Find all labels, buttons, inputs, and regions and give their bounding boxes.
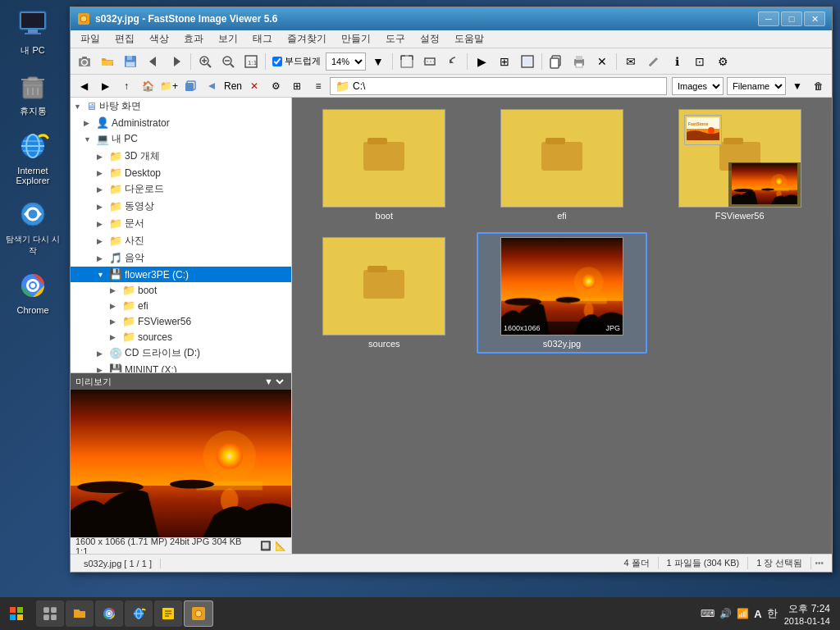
menu-create[interactable]: 만들기 (335, 30, 377, 48)
view-type-select[interactable]: Images (672, 77, 724, 95)
system-clock[interactable]: 오후 7:24 2018-01-14 (784, 602, 830, 626)
desktop-icon-ie[interactable]: Internet Explorer (3, 130, 62, 185)
tree-item-boot[interactable]: ▶ 📁 boot (71, 282, 291, 298)
tb-print[interactable] (568, 51, 590, 72)
tb-copy[interactable] (546, 51, 567, 72)
thumb-efi[interactable]: efi (477, 104, 648, 226)
tree-item-minint[interactable]: ▶ 💾 MININT (X:) (71, 362, 291, 373)
tb-edit[interactable] (643, 51, 664, 72)
tb-settings[interactable]: ⚙ (712, 51, 733, 72)
tree-item-video[interactable]: ▶ 📁 동영상 (71, 198, 291, 215)
nav-forward[interactable]: ▶ (95, 76, 115, 96)
menu-help[interactable]: 도움말 (448, 30, 491, 48)
nav-back[interactable]: ◀ (74, 76, 94, 96)
thumb-s032y[interactable]: 1600x1066 JPG s032y.jpg (477, 232, 648, 354)
nav-move[interactable] (202, 76, 221, 96)
tree-item-cdrive[interactable]: ▼ 💾 flower3PE (C:) (71, 267, 291, 282)
tray-korean[interactable]: 한 (767, 606, 778, 621)
menu-favorites[interactable]: 즐겨찾기 (281, 30, 333, 48)
tray-lang[interactable]: A (754, 608, 761, 620)
tree-item-docs[interactable]: ▶ 📁 문서 (71, 215, 291, 232)
tree-item-mypc[interactable]: ▼ 💻 내 PC (71, 130, 291, 148)
tree-item-photos[interactable]: ▶ 📁 사진 (71, 232, 291, 249)
menu-color[interactable]: 색상 (143, 30, 176, 48)
tray-keyboard[interactable]: ⌨ (701, 608, 714, 619)
info-icon-1[interactable]: 🔲 (260, 541, 272, 551)
tree-item-3d[interactable]: ▶ 📁 3D 개체 (71, 148, 291, 165)
tray-network[interactable]: 📶 (737, 608, 749, 619)
info-icon-2[interactable]: 📐 (275, 541, 286, 551)
desktop-icon-mypc[interactable]: 내 PC (3, 8, 62, 57)
taskbar-taskview[interactable] (36, 600, 64, 627)
taskbar-fsviewer-active[interactable] (184, 600, 213, 627)
tb-info[interactable]: ℹ (666, 51, 687, 72)
nav-thumb-view[interactable]: ⊞ (287, 76, 307, 96)
nav-sort-arrow[interactable]: ▼ (788, 76, 807, 96)
tb-stretch[interactable] (419, 51, 441, 72)
sort-select[interactable]: Filename (727, 77, 786, 95)
tb-thumb[interactable]: ⊞ (494, 51, 515, 72)
close-button[interactable]: ✕ (804, 11, 825, 26)
tree-item-music[interactable]: ▶ 🎵 음악 (71, 249, 291, 267)
tb-rotate-left[interactable] (442, 51, 463, 72)
nav-up[interactable]: ↑ (116, 76, 136, 96)
desktop-icon-chrome[interactable]: Chrome (3, 269, 62, 315)
nav-list-view[interactable]: ≡ (308, 76, 328, 96)
tb-folder-open[interactable] (97, 51, 118, 72)
start-button[interactable] (0, 597, 33, 630)
tb-slideshow[interactable]: ▶ (471, 51, 492, 72)
tree-item-desktop[interactable]: ▼ 🖥 바탕 화면 (71, 98, 291, 115)
maximize-button[interactable]: □ (781, 11, 802, 26)
tb-fit[interactable] (396, 51, 418, 72)
tb-compare[interactable]: ⊡ (689, 51, 710, 72)
taskbar-sticky[interactable] (154, 600, 182, 627)
tb-actual-size[interactable]: 1:1 (240, 51, 262, 72)
tb-zoom-out[interactable] (217, 51, 239, 72)
tray-volume[interactable]: 🔊 (719, 608, 732, 619)
tree-item-desktop2[interactable]: ▶ 📁 Desktop (71, 165, 291, 180)
menu-view[interactable]: 보기 (212, 30, 244, 48)
nav-copy[interactable] (180, 76, 200, 96)
desktop-icon-refresh[interactable]: 탐색기 다시 시작 (3, 198, 62, 257)
tree-item-cddrive[interactable]: ▶ 💿 CD 드라이브 (D:) (71, 345, 291, 362)
nav-home[interactable]: 🏠 (138, 76, 158, 96)
menu-settings[interactable]: 설정 (413, 30, 446, 48)
minimize-button[interactable]: ─ (758, 11, 779, 26)
preview-info-bar: 1600 x 1066 (1.71 MP) 24bit JPG 304 KB 1… (71, 537, 291, 554)
tb-save[interactable] (120, 51, 141, 72)
nav-settings2[interactable]: ⚙ (266, 76, 285, 96)
thumb-sources[interactable]: sources (299, 232, 470, 354)
nav-delete[interactable]: ✕ (244, 76, 264, 96)
menu-file[interactable]: 파일 (74, 30, 107, 48)
thumb-fsviewer[interactable]: FastStone FSViewer56 (654, 104, 825, 226)
tb-delete[interactable]: ✕ (591, 51, 613, 72)
menu-edit[interactable]: 편집 (108, 30, 141, 48)
menu-tools[interactable]: 도구 (379, 30, 412, 48)
menu-tag[interactable]: 태그 (246, 30, 279, 48)
thumb-boot[interactable]: boot (299, 104, 470, 226)
tree-item-sources[interactable]: ▶ 📁 sources (71, 329, 291, 345)
taskbar-chrome[interactable] (95, 600, 123, 627)
tb-prev[interactable] (143, 51, 164, 72)
nav-trash[interactable]: 🗑 (809, 76, 829, 96)
taskbar-explorer[interactable] (66, 600, 94, 627)
smooth-checkbox[interactable] (272, 57, 282, 66)
menu-effect[interactable]: 효과 (177, 30, 210, 48)
preview-options[interactable]: ▼ (261, 376, 286, 387)
zoom-select[interactable]: 14% (326, 52, 366, 71)
desktop-icon-trash[interactable]: 휴지통 (3, 69, 62, 117)
tb-fullscreen[interactable] (517, 51, 538, 72)
nav-new-folder[interactable]: 📁+ (159, 76, 179, 96)
tree-item-fsviewer[interactable]: ▶ 📁 FSViewer56 (71, 313, 291, 329)
tree-item-download[interactable]: ▶ 📁 다운로드 (71, 180, 291, 198)
taskbar-ie[interactable] (125, 600, 153, 627)
tb-zoom-arrow[interactable]: ▼ (368, 51, 389, 72)
tb-next[interactable] (166, 51, 187, 72)
tree-item-admin[interactable]: ▶ 👤 Administrator (71, 115, 291, 130)
nav-rename[interactable]: Ren (223, 76, 243, 96)
smooth-check[interactable]: 부드럽게 (269, 55, 324, 67)
tb-zoom-in[interactable] (194, 51, 216, 72)
tree-item-efi[interactable]: ▶ 📁 efi (71, 298, 291, 313)
tb-camera[interactable] (74, 51, 95, 72)
tb-email[interactable]: ✉ (620, 51, 641, 72)
